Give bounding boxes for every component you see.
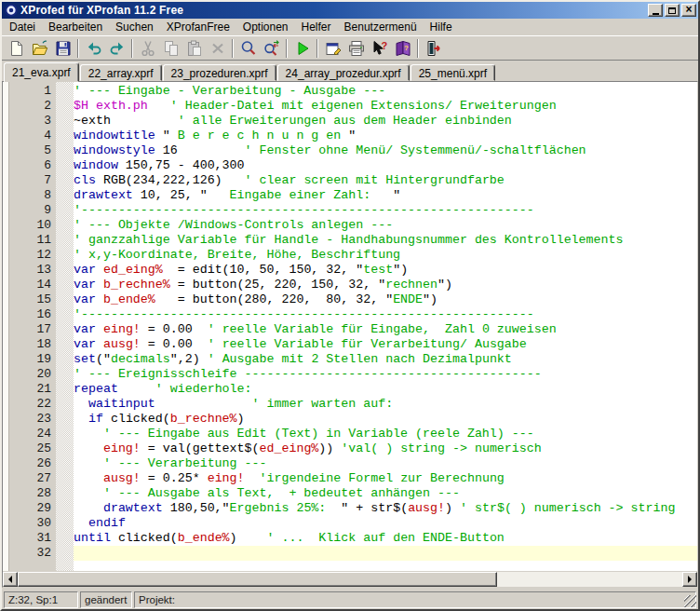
code-line-24[interactable]: ' --- Eingabe aus Edit (Text) in Variabl… [74,427,697,441]
line-number: 20 [9,367,56,382]
code-line-22[interactable]: waitinput ' immer warten auf: [74,397,697,412]
resize-grip[interactable] [684,595,696,607]
code-line-5[interactable]: windowstyle 16 ' Fenster ohne Menü/ Syst… [74,143,697,158]
search-replace-button[interactable] [260,37,283,60]
line-number: 11 [9,233,56,248]
menu-item-bearbeiten[interactable]: Bearbeiten [42,20,109,34]
code-line-15[interactable]: var b_ende% = button(280, 220, 80, 32, "… [74,292,697,307]
code-line-3[interactable]: ~exth ' alle Erweiterungen aus dem Heade… [74,114,697,129]
toolbar: ?? [2,35,698,61]
line-number: 2 [9,99,56,114]
close-button[interactable]: × [681,4,696,17]
editor-client: 1234567891011121314151617181920212223242… [2,81,698,588]
line-number: 17 [9,322,56,337]
minimize-button[interactable] [648,4,663,17]
code-lines[interactable]: ' --- Eingabe - Verarbeitung - Ausgabe -… [74,82,697,571]
scrollbar-track[interactable] [497,572,682,587]
code-line-31[interactable]: until clicked(b_ende%) ' ... Klick auf d… [74,531,697,546]
scrollbar-thumb[interactable] [18,572,497,587]
code-line-9[interactable]: '---------------------------------------… [74,203,697,218]
horizontal-scrollbar[interactable] [3,571,697,587]
code-line-25[interactable]: eing! = val(gettext$(ed_eing%)) 'val( ) … [74,441,697,456]
code-line-23[interactable]: if clicked(b_rechne%) [74,412,697,427]
code-line-32[interactable] [74,546,697,561]
code-line-6[interactable]: window 150,75 - 400,300 [74,158,697,173]
run-button[interactable] [290,37,314,60]
help-book-button[interactable]: ? [391,37,414,60]
menu-item-benutzermen[interactable]: Benutzermenü [338,20,424,34]
menu-item-datei[interactable]: Datei [3,20,42,34]
modified-status: geändert [80,591,132,608]
properties-button[interactable] [321,37,344,60]
line-number: 3 [9,114,56,129]
code-line-19[interactable]: set("decimals",2) ' Ausgabe mit 2 Stelle… [74,352,697,367]
code-line-12[interactable]: ' x,y-Koordinate, Breite, Höhe, Beschrif… [74,248,697,263]
window-title: XProfed für XProfan 11.2 Free [20,4,648,17]
redo-button[interactable] [105,37,128,60]
print-button[interactable] [344,37,368,60]
scroll-left-button[interactable] [3,572,18,587]
code-line-17[interactable]: var eing! = 0.00 ' reelle Variable für E… [74,322,697,337]
search-button[interactable] [236,37,260,60]
open-file-button[interactable] [28,37,51,60]
cut-button [136,37,159,60]
code-line-10[interactable]: ' --- Objekte /Windows-Controls anlegen … [74,218,697,233]
toolbar-separator [232,39,234,58]
cursor-position-status: Z:32, Sp:1 [4,591,78,608]
line-number: 28 [9,486,56,501]
line-number: 7 [9,173,56,188]
line-number: 6 [9,158,56,173]
undo-button[interactable] [82,37,105,60]
line-number: 16 [9,307,56,322]
code-line-7[interactable]: cls RGB(234,222,126) ' clear screen mit … [74,173,697,188]
tab-22-array-xprf[interactable]: 22_array.xprf [80,64,162,81]
code-line-11[interactable]: ' ganzzahlige Variable für Handle - Hand… [74,233,697,248]
code-line-30[interactable]: endif [74,516,697,531]
toolbar-separator [77,39,79,58]
code-line-26[interactable]: ' --- Verarbeitung --- [74,456,697,471]
code-line-14[interactable]: var b_rechne% = button(25, 220, 150, 32,… [74,278,697,292]
menu-item-suchen[interactable]: Suchen [109,20,160,34]
code-line-29[interactable]: drawtext 180,50,"Ergebnis 25%: " + str$(… [74,501,697,516]
menu-item-optionen[interactable]: Optionen [236,20,295,34]
menu-bar: DateiBearbeitenSuchenXProfanFreeOptionen… [2,19,698,35]
exit-button[interactable] [422,37,445,60]
code-line-2[interactable]: $H exth.ph ' Header-Datei mit eigenen Ex… [74,99,697,114]
line-number: 4 [9,129,56,143]
tab-21-eva-xprf[interactable]: 21_eva.xprf [4,62,79,82]
menu-item-hilfe[interactable]: Hilfe [424,20,459,34]
tab-23-prozeduren-xprf[interactable]: 23_prozeduren.xprf [163,64,276,81]
code-line-28[interactable]: ' --- Ausgabe als Text, + bedeutet anhän… [74,486,697,501]
line-number: 21 [9,382,56,397]
line-number: 18 [9,337,56,352]
tab-bar: 21_eva.xprf22_array.xprf23_prozeduren.xp… [2,61,698,81]
code-line-20[interactable]: ' --- Ereignisschleife -----------------… [74,367,697,382]
code-line-8[interactable]: drawtext 10, 25, " Eingabe einer Zahl: " [74,188,697,203]
line-number: 27 [9,471,56,486]
new-file-button[interactable] [5,37,28,60]
code-line-1[interactable]: ' --- Eingabe - Verarbeitung - Ausgabe -… [74,84,697,99]
scroll-right-button[interactable] [682,572,697,587]
maximize-button[interactable] [665,4,680,17]
title-bar: XProfed für XProfan 11.2 Free × [2,2,698,19]
code-line-4[interactable]: windowtitle " B e r e c h n u n g en " [74,129,697,143]
code-line-16[interactable]: '---------------------------------------… [74,307,697,322]
delete-icon [209,39,227,58]
code-line-27[interactable]: ausg! = 0.25* eing! 'irgendeine Formel z… [74,471,697,486]
menu-item-xprofanfree[interactable]: XProfanFree [160,20,236,34]
code-editor[interactable]: 1234567891011121314151617181920212223242… [3,82,697,571]
tab-25-men-xprf[interactable]: 25_menü.xprf [411,64,495,81]
code-line-13[interactable]: var ed_eing% = edit(10, 50, 150, 32, "te… [74,263,697,278]
code-line-21[interactable]: repeat ' wiederhole: [74,382,697,397]
context-help-button[interactable]: ? [368,37,391,60]
line-number: 15 [9,292,56,307]
search-replace-icon [262,39,281,58]
toolbar-separator [316,39,318,58]
menu-item-helfer[interactable]: Helfer [295,20,338,34]
line-number: 9 [9,203,56,218]
save-file-button[interactable] [51,37,74,60]
tab-24-array-prozedur-xprf[interactable]: 24_array_prozedur.xprf [277,64,410,81]
code-line-18[interactable]: var ausg! = 0.00 ' reelle Variable für V… [74,337,697,352]
cut-icon [139,39,157,58]
line-number: 19 [9,352,56,367]
